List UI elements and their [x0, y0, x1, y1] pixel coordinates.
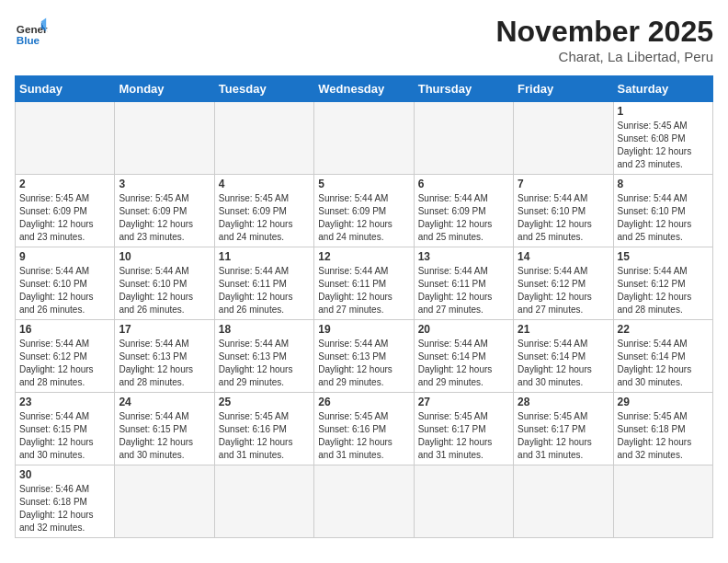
calendar-cell: 4Sunrise: 5:45 AM Sunset: 6:09 PM Daylig…	[214, 175, 313, 247]
calendar-cell	[514, 465, 613, 538]
day-number: 9	[19, 250, 110, 263]
logo: General Blue	[15, 15, 48, 48]
calendar-cell: 15Sunrise: 5:44 AM Sunset: 6:12 PM Dayli…	[613, 247, 712, 320]
day-number: 28	[518, 396, 609, 408]
day-info: Sunrise: 5:45 AM Sunset: 6:16 PM Dayligh…	[318, 410, 409, 462]
day-number: 24	[119, 396, 210, 408]
day-info: Sunrise: 5:44 AM Sunset: 6:13 PM Dayligh…	[119, 338, 210, 389]
calendar-cell	[214, 465, 313, 538]
day-info: Sunrise: 5:44 AM Sunset: 6:14 PM Dayligh…	[418, 338, 509, 389]
calendar-cell: 18Sunrise: 5:44 AM Sunset: 6:13 PM Dayli…	[214, 320, 313, 393]
calendar-cell: 14Sunrise: 5:44 AM Sunset: 6:12 PM Dayli…	[514, 247, 613, 320]
day-number: 27	[418, 396, 509, 408]
day-info: Sunrise: 5:45 AM Sunset: 6:17 PM Dayligh…	[518, 410, 609, 462]
day-info: Sunrise: 5:45 AM Sunset: 6:09 PM Dayligh…	[119, 192, 210, 244]
day-info: Sunrise: 5:44 AM Sunset: 6:11 PM Dayligh…	[219, 265, 310, 316]
calendar-cell: 24Sunrise: 5:44 AM Sunset: 6:15 PM Dayli…	[115, 393, 214, 465]
day-info: Sunrise: 5:44 AM Sunset: 6:10 PM Dayligh…	[618, 192, 709, 244]
day-info: Sunrise: 5:45 AM Sunset: 6:18 PM Dayligh…	[618, 410, 709, 462]
day-number: 30	[19, 468, 110, 481]
calendar-cell	[115, 465, 214, 538]
calendar-cell: 20Sunrise: 5:44 AM Sunset: 6:14 PM Dayli…	[414, 320, 513, 393]
calendar-cell: 25Sunrise: 5:45 AM Sunset: 6:16 PM Dayli…	[214, 393, 313, 465]
day-number: 10	[119, 250, 210, 263]
calendar-cell: 1Sunrise: 5:45 AM Sunset: 6:08 PM Daylig…	[613, 102, 712, 175]
svg-text:Blue: Blue	[17, 34, 40, 46]
calendar-cell: 12Sunrise: 5:44 AM Sunset: 6:11 PM Dayli…	[314, 247, 414, 320]
location: Charat, La Libertad, Peru	[495, 49, 713, 64]
day-number: 21	[518, 323, 609, 336]
weekday-header-row: SundayMondayTuesdayWednesdayThursdayFrid…	[16, 76, 713, 102]
day-number: 29	[618, 396, 709, 408]
day-info: Sunrise: 5:44 AM Sunset: 6:11 PM Dayligh…	[418, 265, 509, 316]
day-number: 3	[119, 178, 210, 190]
day-number: 2	[19, 178, 110, 190]
day-number: 11	[219, 250, 310, 263]
calendar-cell: 8Sunrise: 5:44 AM Sunset: 6:10 PM Daylig…	[613, 175, 712, 247]
weekday-header-friday: Friday	[514, 76, 613, 102]
day-number: 16	[19, 323, 110, 336]
weekday-header-sunday: Sunday	[16, 76, 115, 102]
calendar-cell	[613, 465, 712, 538]
weekday-header-monday: Monday	[115, 76, 214, 102]
calendar-cell: 26Sunrise: 5:45 AM Sunset: 6:16 PM Dayli…	[314, 393, 414, 465]
calendar-cell: 21Sunrise: 5:44 AM Sunset: 6:14 PM Dayli…	[514, 320, 613, 393]
weekday-header-wednesday: Wednesday	[314, 76, 414, 102]
calendar-cell: 30Sunrise: 5:46 AM Sunset: 6:18 PM Dayli…	[16, 465, 115, 538]
day-number: 5	[318, 178, 409, 190]
day-number: 22	[618, 323, 709, 336]
calendar-cell: 16Sunrise: 5:44 AM Sunset: 6:12 PM Dayli…	[16, 320, 115, 393]
calendar-cell	[314, 465, 414, 538]
page-header: General Blue November 2025 Charat, La Li…	[15, 15, 713, 64]
day-number: 18	[219, 323, 310, 336]
day-info: Sunrise: 5:44 AM Sunset: 6:14 PM Dayligh…	[518, 338, 609, 389]
day-info: Sunrise: 5:45 AM Sunset: 6:08 PM Dayligh…	[618, 120, 709, 171]
day-info: Sunrise: 5:44 AM Sunset: 6:10 PM Dayligh…	[518, 192, 609, 244]
calendar-cell: 17Sunrise: 5:44 AM Sunset: 6:13 PM Dayli…	[115, 320, 214, 393]
day-info: Sunrise: 5:45 AM Sunset: 6:17 PM Dayligh…	[418, 410, 509, 462]
day-info: Sunrise: 5:45 AM Sunset: 6:09 PM Dayligh…	[19, 192, 110, 244]
day-number: 25	[219, 396, 310, 408]
calendar-week-row: 23Sunrise: 5:44 AM Sunset: 6:15 PM Dayli…	[16, 393, 713, 465]
day-number: 4	[219, 178, 310, 190]
calendar-cell	[514, 102, 613, 175]
calendar-cell	[16, 102, 115, 175]
calendar-cell: 22Sunrise: 5:44 AM Sunset: 6:14 PM Dayli…	[613, 320, 712, 393]
day-info: Sunrise: 5:44 AM Sunset: 6:09 PM Dayligh…	[418, 192, 509, 244]
calendar-cell	[115, 102, 214, 175]
weekday-header-saturday: Saturday	[613, 76, 712, 102]
day-number: 13	[418, 250, 509, 263]
calendar-cell: 28Sunrise: 5:45 AM Sunset: 6:17 PM Dayli…	[514, 393, 613, 465]
calendar-cell: 11Sunrise: 5:44 AM Sunset: 6:11 PM Dayli…	[214, 247, 313, 320]
day-info: Sunrise: 5:44 AM Sunset: 6:12 PM Dayligh…	[19, 338, 110, 389]
calendar-cell: 19Sunrise: 5:44 AM Sunset: 6:13 PM Dayli…	[314, 320, 414, 393]
calendar-week-row: 16Sunrise: 5:44 AM Sunset: 6:12 PM Dayli…	[16, 320, 713, 393]
calendar-week-row: 9Sunrise: 5:44 AM Sunset: 6:10 PM Daylig…	[16, 247, 713, 320]
calendar-cell: 6Sunrise: 5:44 AM Sunset: 6:09 PM Daylig…	[414, 175, 513, 247]
calendar-cell: 23Sunrise: 5:44 AM Sunset: 6:15 PM Dayli…	[16, 393, 115, 465]
calendar-cell: 29Sunrise: 5:45 AM Sunset: 6:18 PM Dayli…	[613, 393, 712, 465]
calendar-cell: 13Sunrise: 5:44 AM Sunset: 6:11 PM Dayli…	[414, 247, 513, 320]
day-number: 8	[618, 178, 709, 190]
day-info: Sunrise: 5:44 AM Sunset: 6:15 PM Dayligh…	[19, 410, 110, 462]
calendar-cell	[414, 465, 513, 538]
day-number: 26	[318, 396, 409, 408]
day-info: Sunrise: 5:44 AM Sunset: 6:15 PM Dayligh…	[119, 410, 210, 462]
calendar-cell: 5Sunrise: 5:44 AM Sunset: 6:09 PM Daylig…	[314, 175, 414, 247]
day-number: 17	[119, 323, 210, 336]
day-number: 15	[618, 250, 709, 263]
day-info: Sunrise: 5:45 AM Sunset: 6:16 PM Dayligh…	[219, 410, 310, 462]
title-block: November 2025 Charat, La Libertad, Peru	[495, 15, 713, 64]
calendar-week-row: 2Sunrise: 5:45 AM Sunset: 6:09 PM Daylig…	[16, 175, 713, 247]
calendar-cell	[414, 102, 513, 175]
day-info: Sunrise: 5:45 AM Sunset: 6:09 PM Dayligh…	[219, 192, 310, 244]
calendar-cell: 27Sunrise: 5:45 AM Sunset: 6:17 PM Dayli…	[414, 393, 513, 465]
calendar-week-row: 1Sunrise: 5:45 AM Sunset: 6:08 PM Daylig…	[16, 102, 713, 175]
calendar-cell	[314, 102, 414, 175]
day-number: 20	[418, 323, 509, 336]
day-info: Sunrise: 5:44 AM Sunset: 6:10 PM Dayligh…	[119, 265, 210, 316]
day-info: Sunrise: 5:44 AM Sunset: 6:09 PM Dayligh…	[318, 192, 409, 244]
day-info: Sunrise: 5:44 AM Sunset: 6:14 PM Dayligh…	[618, 338, 709, 389]
calendar-cell	[214, 102, 313, 175]
day-number: 7	[518, 178, 609, 190]
